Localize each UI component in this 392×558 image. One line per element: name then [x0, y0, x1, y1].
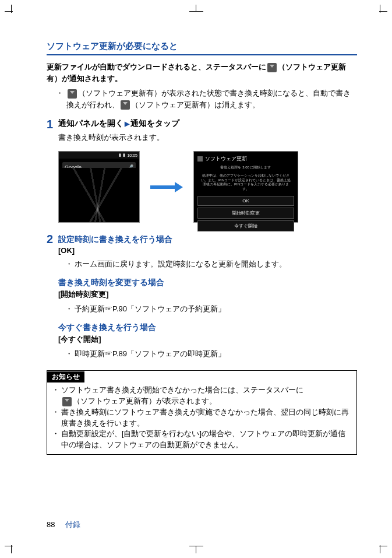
status-time: 10:05: [127, 153, 137, 157]
case-now-action: [今すぐ開始]: [58, 334, 357, 345]
case-scheduled-list: ホーム画面に戻ります。設定時刻になると更新を開始します。: [58, 258, 357, 271]
case-change-header: 書き換え時刻を変更する場合: [58, 278, 357, 288]
crop-mark: [373, 5, 387, 19]
case-change-list: 予約更新☞P.90「ソフトウェアの予約更新」: [58, 303, 357, 315]
update-icon: [62, 397, 72, 406]
update-icon: [121, 100, 130, 110]
page-content: ソフトウェア更新が必要になると 更新ファイルが自動でダウンロードされると、ステー…: [0, 0, 392, 478]
wallpaper-lines: [59, 168, 139, 222]
lockscreen-figure: ▮ ▮ 10:05 Google 🎤: [58, 151, 140, 223]
notice-text-a: ソフトウェア書き換えが開始できなかった場合には、ステータスバーに: [61, 386, 303, 394]
battery-icon: ▮: [123, 153, 125, 157]
section-title: ソフトウェア更新が必要になると: [47, 41, 357, 55]
intro-line: 更新ファイルが自動でダウンロードされると、ステータスバーに（ソフトウェア更新有）…: [47, 61, 357, 84]
svg-marker-1: [175, 182, 183, 192]
case-change-action: [開始時刻変更]: [58, 289, 357, 300]
crop-mark: [189, 5, 203, 19]
dialog-message-1: 書換え処理を 3:00 に開始します: [197, 164, 294, 173]
crop-mark: [373, 539, 387, 553]
dialog-message-2: 処理中は、他のアプリケーションを起動しないでください。また、PINコードが設定さ…: [197, 173, 294, 194]
dialog-ok-button: OK: [197, 196, 294, 206]
case-now-list: 即時更新☞P.89「ソフトウェアの即時更新」: [58, 348, 357, 360]
notice-text-b: （ソフトウェア更新有）が表示されます。: [73, 397, 217, 405]
case-now-header: 今すぐ書き換えを行う場合: [58, 322, 357, 333]
notice-item: ソフトウェア書き換えが開始できなかった場合には、ステータスバーに （ソフトウェア…: [53, 385, 352, 407]
step-number: 1: [47, 118, 58, 143]
intro-bullet: （ソフトウェア更新有）が表示された状態で書き換え時刻になると、自動で書き換えが行…: [58, 87, 357, 110]
intro-text-a: 更新ファイルが自動でダウンロードされると、ステータスバーに: [47, 62, 266, 71]
dialog-change-button: 開始時刻変更: [197, 208, 294, 219]
update-icon: [267, 63, 277, 72]
notice-box: お知らせ ソフトウェア書き換えが開始できなかった場合には、ステータスバーに （ソ…: [47, 370, 357, 455]
update-icon: [68, 89, 77, 99]
step-1: 1 通知パネルを開く▶通知をタップ 書き換え時刻が表示されます。: [47, 118, 357, 143]
page-number: 88: [47, 520, 55, 529]
case-scheduled-header: 設定時刻に書き換えを行う場合: [58, 234, 357, 245]
step-desc: 書き換え時刻が表示されます。: [58, 132, 357, 143]
list-item: 予約更新☞P.90「ソフトウェアの予約更新」: [66, 303, 357, 315]
update-icon: [197, 156, 203, 162]
dialog-title: ソフトウェア更新: [205, 155, 247, 163]
crop-mark: [5, 5, 19, 19]
arrow-icon: [150, 182, 183, 192]
bullet-text-b: （ソフトウェア更新有）は消えます。: [131, 100, 260, 109]
step-title-b: 通知をタップ: [130, 119, 179, 128]
intro-bullet-list: （ソフトウェア更新有）が表示された状態で書き換え時刻になると、自動で書き換えが行…: [47, 87, 357, 110]
svg-rect-0: [150, 185, 175, 189]
dialog-figure: ソフトウェア更新 書換え処理を 3:00 に開始します 処理中は、他のアプリケー…: [193, 151, 298, 223]
step-number: 2: [47, 233, 58, 367]
crop-mark: [189, 539, 203, 553]
dialog-now-button: 今すぐ開始: [197, 220, 294, 231]
signal-icon: ▮: [119, 153, 121, 157]
notice-list: ソフトウェア書き換えが開始できなかった場合には、ステータスバーに （ソフトウェア…: [47, 382, 356, 454]
step-title-a: 通知パネルを開く: [58, 119, 123, 128]
notice-item: 書き換え時刻にソフトウェア書き換えが実施できなかった場合、翌日の同じ時刻に再度書…: [53, 407, 352, 429]
case-scheduled-action: [OK]: [58, 246, 357, 255]
list-item: ホーム画面に戻ります。設定時刻になると更新を開始します。: [66, 258, 357, 271]
step-2: 2 設定時刻に書き換えを行う場合 [OK] ホーム画面に戻ります。設定時刻になる…: [47, 233, 357, 367]
page-footer: 88 付録: [47, 520, 80, 530]
crop-mark: [5, 539, 19, 553]
step-body: 通知パネルを開く▶通知をタップ 書き換え時刻が表示されます。: [58, 118, 357, 143]
list-item: 即時更新☞P.89「ソフトウェアの即時更新」: [66, 348, 357, 360]
step-body: 設定時刻に書き換えを行う場合 [OK] ホーム画面に戻ります。設定時刻になると更…: [58, 233, 357, 367]
notice-item: 自動更新設定が、[自動で更新を行わない]の場合や、ソフトウェアの即時更新が通信中…: [53, 429, 352, 451]
step-title: 通知パネルを開く▶通知をタップ: [58, 118, 357, 129]
figure-row: ▮ ▮ 10:05 Google 🎤 ソフトウェア更新 書換え処理を 3:00 …: [58, 151, 357, 223]
status-bar: ▮ ▮ 10:05: [59, 152, 139, 159]
triangle-icon: ▶: [125, 120, 129, 127]
footer-label: 付録: [65, 520, 80, 529]
notice-label: お知らせ: [47, 371, 84, 382]
dialog-title-row: ソフトウェア更新: [197, 155, 294, 163]
